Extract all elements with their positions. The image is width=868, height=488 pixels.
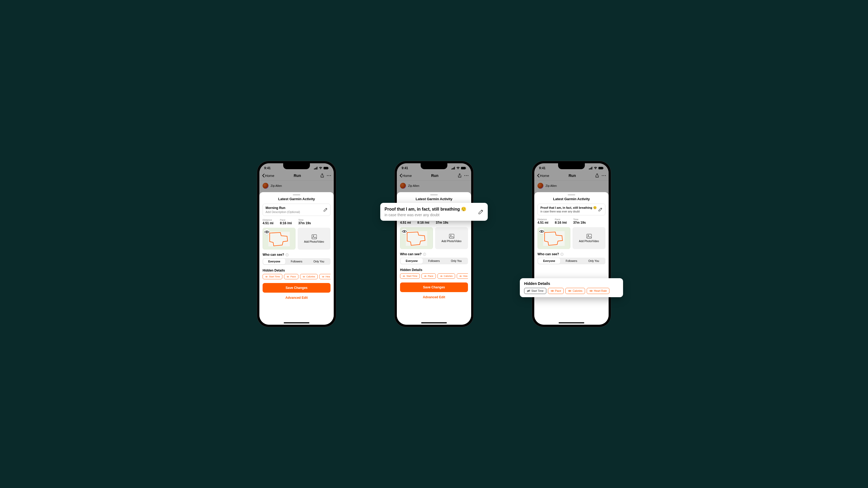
seg-only-you[interactable]: Only You: [445, 258, 467, 264]
avatar[interactable]: [400, 183, 406, 189]
activity-title: Morning Run: [266, 206, 323, 210]
chip-heart-rate[interactable]: Heart Rate: [587, 288, 610, 294]
svg-point-49: [588, 235, 589, 236]
share-icon[interactable]: [595, 173, 599, 178]
info-icon[interactable]: i: [560, 253, 563, 256]
chip-pace[interactable]: Pace: [284, 274, 299, 279]
image-icon: [586, 234, 592, 239]
eye-icon: [322, 276, 324, 278]
chevron-left-icon: [537, 174, 539, 177]
share-icon[interactable]: [458, 173, 462, 178]
stat-time: Time 37m 19s: [298, 219, 311, 225]
svg-point-6: [327, 175, 328, 176]
back-label: Home: [265, 174, 274, 178]
hidden-details-popout: Hidden Details Start Time Pace Calories …: [520, 278, 623, 297]
back-button[interactable]: Home: [537, 174, 549, 178]
seg-only-you[interactable]: Only You: [308, 259, 330, 264]
save-button[interactable]: Save Changes: [400, 283, 468, 292]
map-thumbnail[interactable]: [400, 227, 433, 249]
home-indicator[interactable]: [284, 322, 309, 323]
seg-followers[interactable]: Followers: [560, 258, 582, 264]
add-photo-button[interactable]: Add Photo/Video: [298, 228, 331, 250]
more-icon[interactable]: [602, 174, 606, 177]
visibility-segmented: Everyone Followers Only You: [400, 258, 468, 264]
avatar[interactable]: [262, 183, 269, 189]
advanced-edit-link[interactable]: Advanced Edit: [262, 295, 331, 301]
share-icon[interactable]: [320, 173, 324, 178]
profile-name: Zip Allen: [546, 184, 557, 187]
sheet-grabber[interactable]: [430, 194, 438, 195]
seg-everyone[interactable]: Everyone: [538, 258, 560, 264]
svg-rect-40: [598, 167, 603, 169]
seg-everyone[interactable]: Everyone: [263, 259, 285, 264]
seg-only-you[interactable]: Only You: [583, 258, 605, 264]
chip-pace[interactable]: Pace: [422, 273, 436, 279]
eye-icon: [264, 229, 270, 235]
sheet-grabber[interactable]: [293, 194, 300, 195]
stat-pace: Pace8:16 /mi: [555, 218, 567, 225]
svg-rect-21: [454, 167, 455, 169]
chip-calories[interactable]: Calories: [437, 273, 455, 279]
home-indicator[interactable]: [559, 322, 584, 323]
map-thumbnail[interactable]: [537, 227, 570, 249]
svg-point-16: [304, 276, 304, 277]
more-icon[interactable]: [464, 174, 468, 177]
phone-3: 9:41 Home Run Zip: [532, 161, 611, 327]
eye-icon: [303, 276, 305, 278]
avatar[interactable]: [537, 183, 544, 189]
add-photo-button[interactable]: Add Photo/Video: [572, 227, 606, 249]
visibility-badge[interactable]: [402, 229, 407, 234]
svg-rect-12: [312, 235, 317, 239]
profile-name: Zip Allen: [408, 184, 419, 187]
visibility-badge[interactable]: [264, 229, 270, 235]
image-icon: [312, 234, 317, 239]
chip-pace[interactable]: Pace: [548, 288, 564, 294]
status-time: 9:41: [539, 166, 546, 170]
title-card[interactable]: Morning Run Add Description (Optional): [262, 204, 331, 216]
more-icon[interactable]: [327, 174, 331, 177]
chip-start-time[interactable]: Start Time: [262, 274, 282, 279]
svg-rect-23: [466, 168, 466, 169]
chip-calories[interactable]: Calories: [565, 288, 585, 294]
chip-start-time-off[interactable]: Start Time: [524, 288, 546, 294]
nav-title: Run: [568, 173, 576, 178]
svg-rect-46: [544, 231, 565, 246]
svg-point-32: [404, 276, 404, 276]
stat-distance: Distance 4.51 mi: [262, 219, 274, 225]
info-icon[interactable]: i: [286, 253, 288, 256]
pencil-icon: [478, 209, 484, 215]
home-indicator[interactable]: [421, 322, 447, 323]
seg-everyone[interactable]: Everyone: [401, 258, 423, 264]
info-icon[interactable]: i: [423, 253, 426, 256]
seg-followers[interactable]: Followers: [423, 258, 445, 264]
back-button[interactable]: Home: [262, 174, 274, 178]
map-thumbnail[interactable]: [262, 228, 296, 250]
svg-rect-41: [603, 168, 604, 169]
title-popout[interactable]: Proof that I am, in fact, still breathin…: [380, 203, 488, 221]
chip-calories[interactable]: Calories: [300, 274, 318, 279]
add-photo-button[interactable]: Add Photo/Video: [435, 227, 468, 249]
svg-point-25: [466, 175, 467, 176]
notch: [558, 163, 585, 169]
svg-point-35: [460, 276, 461, 276]
stat-pace: Pace 8:16 /mi: [280, 219, 292, 225]
status-time: 9:41: [264, 166, 271, 170]
sheet-grabber[interactable]: [568, 194, 575, 195]
back-button[interactable]: Home: [400, 174, 412, 178]
popout-hidden-details-label: Hidden Details: [524, 282, 619, 286]
pencil-icon: [598, 207, 602, 212]
chip-heart-rate[interactable]: Hea: [457, 273, 468, 279]
wifi-icon: [456, 167, 460, 169]
save-button[interactable]: Save Changes: [262, 283, 331, 293]
title-card[interactable]: Proof that I am, in fact, still breathin…: [537, 204, 606, 216]
svg-rect-5: [329, 168, 329, 169]
svg-rect-48: [587, 234, 591, 238]
svg-point-15: [287, 276, 288, 277]
visibility-badge[interactable]: [539, 229, 545, 234]
advanced-edit-link[interactable]: Advanced Edit: [400, 294, 468, 300]
svg-rect-19: [453, 168, 453, 169]
seg-followers[interactable]: Followers: [285, 259, 308, 264]
svg-point-53: [569, 291, 570, 291]
chip-heart-rate[interactable]: Hea: [319, 274, 331, 279]
chip-start-time[interactable]: Start Time: [400, 273, 420, 279]
